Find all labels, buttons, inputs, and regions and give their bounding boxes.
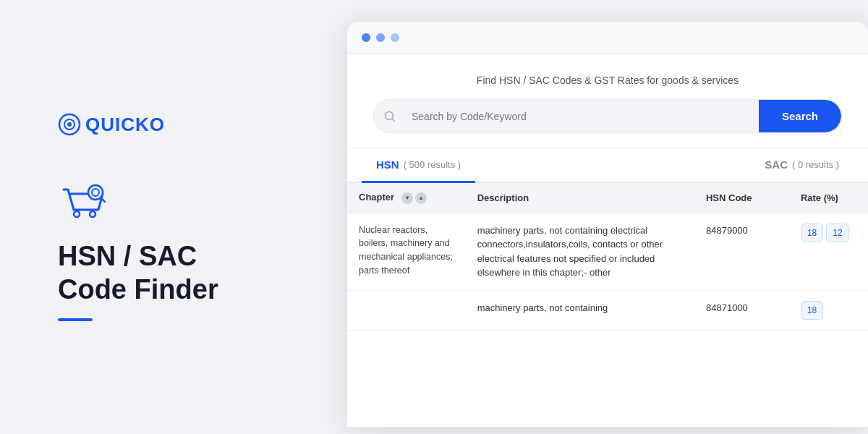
sort-desc-icon[interactable]: ▾: [401, 192, 413, 204]
row2-rate-badges: 18: [801, 301, 856, 320]
chapter-sort-icons[interactable]: ▾ ▴: [401, 192, 427, 204]
column-rate: Rate (%): [789, 183, 868, 213]
cart-icon: [58, 179, 109, 223]
sort-asc-icon[interactable]: ▴: [415, 192, 427, 204]
tab-hsn[interactable]: HSN ( 500 results ): [362, 148, 475, 183]
table-row: Nuclear reactors, boilers, machinery and…: [347, 213, 868, 290]
search-button[interactable]: Search: [759, 100, 841, 132]
row2-chapter: [347, 290, 466, 330]
svg-point-3: [74, 211, 80, 217]
row1-description: machinery parts, not containing electric…: [466, 213, 694, 290]
browser-window: Find HSN / SAC Codes & GST Rates for goo…: [347, 22, 868, 427]
search-input[interactable]: [406, 101, 759, 132]
logo: QUICKO: [58, 113, 304, 136]
rate-badge-12: 12: [826, 224, 848, 242]
tabs-section: HSN ( 500 results ) SAC ( 0 results ): [347, 148, 868, 183]
table-wrapper: Chapter ▾ ▴ Description HSN Code Rate (%…: [347, 183, 868, 331]
heading-underline: [58, 318, 93, 321]
svg-point-4: [90, 211, 95, 217]
rate-badge-18: 18: [801, 224, 823, 242]
table-header-row: Chapter ▾ ▴ Description HSN Code Rate (%…: [347, 183, 868, 213]
tab-hsn-label: HSN: [376, 158, 399, 171]
search-bar: Search: [373, 99, 842, 133]
browser-dot-3: [391, 33, 399, 42]
results-table: Chapter ▾ ▴ Description HSN Code Rate (%…: [347, 183, 868, 331]
svg-point-2: [67, 122, 72, 127]
row2-hsn-code: 84871000: [694, 290, 789, 330]
browser-dot-2: [376, 33, 385, 42]
row2-rate: 18: [789, 290, 868, 330]
row2-description: machinery parts, not containing: [466, 290, 694, 330]
tab-hsn-count: ( 500 results ): [404, 159, 461, 170]
svg-line-9: [392, 119, 395, 122]
right-panel: Find HSN / SAC Codes & GST Rates for goo…: [347, 0, 868, 434]
tab-sac-count: ( 0 results ): [792, 159, 839, 170]
column-hsn-code: HSN Code: [694, 183, 789, 213]
cart-icon-wrapper: [58, 179, 304, 226]
browser-toolbar: [347, 22, 868, 54]
row1-rate-badges: 18 12: [801, 224, 856, 242]
browser-dot-1: [362, 33, 370, 42]
tab-sac-label: SAC: [765, 158, 788, 171]
search-section: Find HSN / SAC Codes & GST Rates for goo…: [347, 54, 868, 148]
row1-rate: 18 12: [789, 213, 868, 290]
search-magnifier-icon: [374, 111, 406, 122]
column-chapter: Chapter ▾ ▴: [347, 183, 466, 213]
table-row: machinery parts, not containing 84871000…: [347, 290, 868, 330]
search-title: Find HSN / SAC Codes & GST Rates for goo…: [373, 75, 842, 86]
left-panel: QUICKO HSN / SAC Code Finder: [0, 0, 347, 434]
logo-text: QUICKO: [85, 114, 165, 136]
rate-badge-18-row2: 18: [801, 301, 823, 320]
page-heading: HSN / SAC Code Finder: [58, 240, 304, 306]
row1-chapter: Nuclear reactors, boilers, machinery and…: [347, 213, 466, 290]
tab-sac[interactable]: SAC ( 0 results ): [750, 148, 854, 183]
column-description: Description: [466, 183, 694, 213]
row1-hsn-code: 84879000: [694, 213, 789, 290]
logo-icon: [58, 113, 81, 136]
